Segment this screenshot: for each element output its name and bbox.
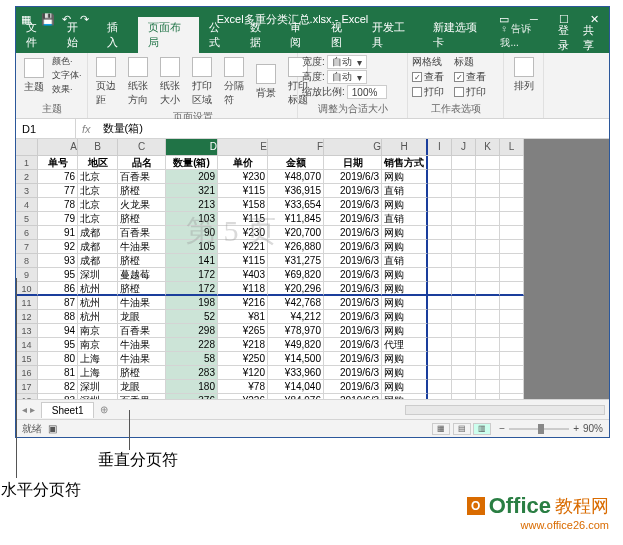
row-header[interactable]: 13 — [16, 324, 38, 338]
cell[interactable]: ¥4,212 — [268, 310, 324, 324]
cell[interactable]: 网购 — [382, 226, 428, 240]
cell[interactable]: 百香果 — [118, 226, 166, 240]
cell[interactable]: 88 — [38, 310, 78, 324]
zoom-level[interactable]: 90% — [583, 423, 603, 434]
row-header[interactable]: 14 — [16, 338, 38, 352]
cell[interactable]: ¥20,700 — [268, 226, 324, 240]
select-all-corner[interactable] — [16, 139, 38, 155]
cell[interactable]: 2019/6/3 — [324, 310, 382, 324]
cell[interactable]: 2019/6/3 — [324, 282, 382, 296]
width-select[interactable]: 自动▾ — [327, 55, 367, 69]
header-cell[interactable]: 金额 — [268, 156, 324, 170]
cell[interactable]: 成都 — [78, 254, 118, 268]
row-header[interactable]: 4 — [16, 198, 38, 212]
cell[interactable]: 北京 — [78, 212, 118, 226]
col-header[interactable]: A — [38, 139, 78, 155]
col-header[interactable]: I — [428, 139, 452, 155]
tab-formulas[interactable]: 公式 — [199, 17, 240, 53]
cell[interactable]: ¥11,845 — [268, 212, 324, 226]
cell[interactable]: 南京 — [78, 338, 118, 352]
cell[interactable]: 2019/6/3 — [324, 380, 382, 394]
size-button[interactable]: 纸张大小 — [156, 55, 184, 109]
cell[interactable]: 87 — [38, 296, 78, 310]
header-cell[interactable]: 地区 — [78, 156, 118, 170]
cell[interactable]: 92 — [38, 240, 78, 254]
cell[interactable]: ¥33,654 — [268, 198, 324, 212]
cell[interactable]: 脐橙 — [118, 282, 166, 296]
col-header[interactable]: C — [118, 139, 166, 155]
cell[interactable]: 52 — [166, 310, 218, 324]
cell[interactable]: 脐橙 — [118, 184, 166, 198]
cell[interactable]: 298 — [166, 324, 218, 338]
cell[interactable]: 直销 — [382, 254, 428, 268]
grid-view-check[interactable]: ✓ — [412, 72, 422, 82]
cell[interactable]: 2019/6/3 — [324, 226, 382, 240]
sheet-tab[interactable]: Sheet1 — [41, 402, 95, 418]
background-button[interactable]: 背景 — [252, 62, 280, 102]
cell[interactable]: 杭州 — [78, 296, 118, 310]
cell[interactable]: 网购 — [382, 170, 428, 184]
zoom-in-icon[interactable]: + — [573, 423, 579, 434]
cell[interactable]: 91 — [38, 226, 78, 240]
cell[interactable]: 牛油果 — [118, 352, 166, 366]
col-header[interactable]: J — [452, 139, 476, 155]
cell[interactable]: ¥81 — [218, 310, 268, 324]
cell[interactable]: 网购 — [382, 352, 428, 366]
cell[interactable]: ¥36,915 — [268, 184, 324, 198]
cell[interactable]: ¥84,976 — [268, 394, 324, 399]
cell[interactable]: 209 — [166, 170, 218, 184]
row-header[interactable]: 3 — [16, 184, 38, 198]
cell[interactable]: 76 — [38, 170, 78, 184]
cell[interactable]: 79 — [38, 212, 78, 226]
cell[interactable]: 95 — [38, 268, 78, 282]
cell[interactable]: ¥33,960 — [268, 366, 324, 380]
cell[interactable]: 213 — [166, 198, 218, 212]
cell[interactable]: 94 — [38, 324, 78, 338]
arrange-button[interactable]: 排列 — [508, 55, 539, 95]
h-scrollbar[interactable] — [405, 405, 605, 415]
share-button[interactable]: 共享 — [583, 23, 604, 53]
cell[interactable]: 2019/6/3 — [324, 352, 382, 366]
cell[interactable]: ¥115 — [218, 184, 268, 198]
cell[interactable]: ¥78,970 — [268, 324, 324, 338]
cell[interactable]: 龙眼 — [118, 380, 166, 394]
cell[interactable]: 成都 — [78, 226, 118, 240]
cell[interactable]: 172 — [166, 282, 218, 296]
cell[interactable]: 网购 — [382, 268, 428, 282]
cell[interactable]: 网购 — [382, 366, 428, 380]
cell[interactable]: ¥265 — [218, 324, 268, 338]
tab-nav[interactable]: ◂ ▸ — [16, 404, 41, 415]
cell[interactable]: 2019/6/3 — [324, 296, 382, 310]
row-header[interactable]: 7 — [16, 240, 38, 254]
name-box[interactable]: D1 — [16, 119, 76, 138]
record-macro-icon[interactable]: ▣ — [48, 423, 57, 434]
row-header[interactable]: 8 — [16, 254, 38, 268]
cell[interactable]: 2019/6/3 — [324, 198, 382, 212]
cell[interactable]: 网购 — [382, 380, 428, 394]
add-sheet-icon[interactable]: ⊕ — [94, 404, 114, 415]
cell[interactable]: ¥69,820 — [268, 268, 324, 282]
cell[interactable]: 376 — [166, 394, 218, 399]
row-header[interactable]: 9 — [16, 268, 38, 282]
themes-button[interactable]: 主题 — [20, 56, 48, 96]
colors-button[interactable]: 颜色· — [52, 55, 82, 68]
cell[interactable]: ¥230 — [218, 170, 268, 184]
cell[interactable]: ¥20,296 — [268, 282, 324, 296]
cell[interactable]: 77 — [38, 184, 78, 198]
cell[interactable]: 81 — [38, 366, 78, 380]
tab-review[interactable]: 审阅 — [280, 17, 321, 53]
cell[interactable]: 198 — [166, 296, 218, 310]
cell[interactable]: ¥221 — [218, 240, 268, 254]
cell[interactable]: 2019/6/3 — [324, 170, 382, 184]
cell[interactable]: 58 — [166, 352, 218, 366]
cell[interactable]: 网购 — [382, 282, 428, 296]
page-break-view-icon[interactable]: ▥ — [473, 423, 491, 435]
cell[interactable]: 上海 — [78, 366, 118, 380]
tab-file[interactable]: 文件 — [16, 17, 57, 53]
cell[interactable]: 百香果 — [118, 324, 166, 338]
cell[interactable]: 上海 — [78, 352, 118, 366]
row-header[interactable]: 17 — [16, 380, 38, 394]
cell[interactable]: 火龙果 — [118, 198, 166, 212]
fonts-button[interactable]: 文字体· — [52, 69, 82, 82]
cell[interactable]: 南京 — [78, 324, 118, 338]
